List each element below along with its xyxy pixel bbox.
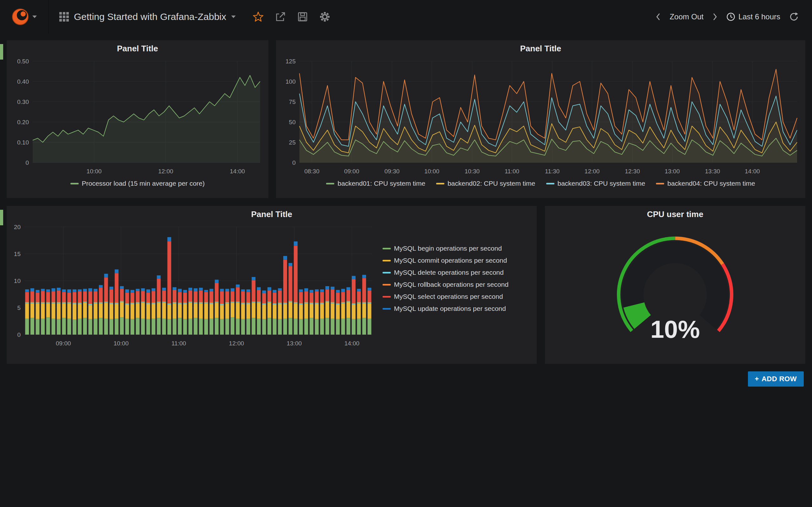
refresh-button[interactable] <box>785 9 803 25</box>
bar-segment <box>310 302 313 303</box>
bar-segment <box>262 319 266 335</box>
bar-segment <box>146 319 150 335</box>
x-tick-label: 11:30 <box>545 168 560 175</box>
bar-segment <box>357 302 361 302</box>
y-tick-label: 0 <box>17 331 20 338</box>
bar-segment <box>72 302 77 303</box>
bar-segment <box>304 319 308 335</box>
y-tick-label: 0.50 <box>17 58 29 65</box>
row-handle[interactable] <box>0 44 3 60</box>
row-handle[interactable] <box>0 210 3 225</box>
legend-item[interactable]: backend02: CPU system time <box>436 180 536 187</box>
time-forward-button[interactable] <box>709 9 721 24</box>
bar-segment <box>89 304 92 305</box>
legend-item[interactable]: MySQL begin operations per second <box>383 245 508 252</box>
bar-segment <box>136 302 140 302</box>
bar-segment <box>146 304 150 319</box>
legend-item[interactable]: backend04: CPU system time <box>656 180 755 187</box>
bar-segment <box>183 302 187 303</box>
grafana-menu-button[interactable] <box>0 0 49 34</box>
processor-load-chart[interactable]: 00.100.200.300.400.5010:0012:0014:00 <box>10 57 265 178</box>
panel-title[interactable]: Panel Title <box>7 206 537 222</box>
caret-down-icon <box>231 15 236 18</box>
bar-segment <box>210 289 213 292</box>
bar-segment <box>172 287 176 290</box>
x-tick-label: 12:00 <box>585 168 600 175</box>
legend-item[interactable]: Processor load (15 min average per core) <box>70 180 205 187</box>
panel-title[interactable]: Panel Title <box>7 40 268 57</box>
bar-segment <box>136 302 140 303</box>
time-back-button[interactable] <box>652 9 664 24</box>
time-range-button[interactable]: Last 6 hours <box>722 9 784 24</box>
legend-item[interactable]: backend01: CPU system time <box>326 180 425 187</box>
bar-segment <box>115 269 119 273</box>
chevron-right-icon <box>712 13 717 21</box>
bar-segment <box>125 292 129 302</box>
bar-segment <box>46 318 50 335</box>
bar-segment <box>94 302 97 302</box>
bar-segment <box>247 302 250 303</box>
mysql-operations-chart[interactable]: 0510152009:0010:0011:0012:0013:0014:00 <box>7 222 374 350</box>
legend-label: Processor load (15 min average per core) <box>82 180 205 187</box>
legend-item[interactable]: MySQL commit operations per second <box>383 257 508 264</box>
legend-color-icon <box>383 284 391 285</box>
dashboard-title: Getting Started with Grafana-Zabbix <box>74 11 226 22</box>
navbar-spacer <box>337 0 652 34</box>
bar-segment <box>183 304 187 319</box>
panel-cpu-system-time: Panel Title 025507510012508:3009:0009:30… <box>276 40 805 198</box>
star-button[interactable] <box>248 7 268 26</box>
bar-segment <box>336 303 340 304</box>
cpu-system-time-chart[interactable]: 025507510012508:3009:0009:3010:0010:3011… <box>279 57 802 178</box>
bar-segment <box>94 319 97 335</box>
bar-segment <box>362 302 366 303</box>
y-tick-label: 0.10 <box>17 139 29 146</box>
settings-button[interactable] <box>315 7 335 26</box>
bar-segment <box>278 288 282 291</box>
legend-item[interactable]: MySQL rollback operations per second <box>383 281 508 288</box>
cpu-user-time-gauge[interactable]: 10% <box>548 222 802 362</box>
bar-segment <box>236 303 240 319</box>
bar-segment <box>141 302 145 303</box>
bar-segment <box>120 301 124 302</box>
bar-segment <box>51 319 55 335</box>
bar-segment <box>157 318 161 335</box>
bar-segment <box>320 292 324 302</box>
x-tick-label: 14:00 <box>230 168 245 175</box>
bar-segment <box>194 303 198 318</box>
bar-segment <box>320 289 324 292</box>
x-tick-label: 13:00 <box>287 340 302 347</box>
bar-segment <box>294 241 298 246</box>
save-icon <box>297 11 308 22</box>
bar-segment <box>104 302 108 303</box>
add-row-button[interactable]: + ADD ROW <box>748 372 804 387</box>
bar-segment <box>294 302 298 303</box>
bar-segment <box>310 290 313 293</box>
bar-segment <box>136 289 140 291</box>
legend-color-icon <box>383 272 391 274</box>
dashboard-picker[interactable]: Getting Started with Grafana-Zabbix <box>49 0 247 34</box>
bar-segment <box>167 241 171 303</box>
save-button[interactable] <box>293 7 312 26</box>
bar-segment <box>289 301 293 302</box>
legend-item[interactable]: MySQL delete operations per second <box>383 269 508 276</box>
bar-segment <box>36 319 40 335</box>
share-button[interactable] <box>270 7 290 26</box>
bar-segment <box>204 302 208 302</box>
legend-item[interactable]: MySQL update operations per second <box>383 305 508 313</box>
bar-segment <box>352 303 356 304</box>
zoom-out-button[interactable]: Zoom Out <box>666 9 707 24</box>
panel-title[interactable]: CPU user time <box>545 206 805 222</box>
navbar: Getting Started with Grafana-Zabbix <box>0 0 812 34</box>
panel-title[interactable]: Panel Title <box>276 40 805 57</box>
bar-segment <box>146 303 150 304</box>
bar-segment <box>299 292 303 303</box>
bar-segment <box>120 302 124 318</box>
star-icon <box>253 12 264 22</box>
legend-color-icon <box>436 183 444 184</box>
bar-segment <box>304 302 308 303</box>
bar-segment <box>25 292 29 302</box>
bar-segment <box>352 303 356 304</box>
legend-item[interactable]: backend03: CPU system time <box>546 180 646 187</box>
legend-item[interactable]: MySQL select operations per second <box>383 293 508 300</box>
legend-color-icon <box>383 308 391 309</box>
